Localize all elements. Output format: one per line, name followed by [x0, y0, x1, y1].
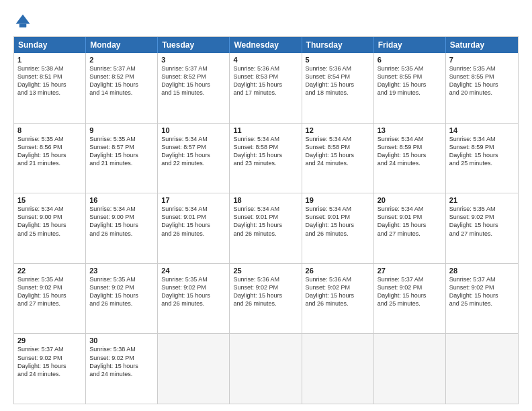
day-number: 14 [449, 126, 515, 134]
day-number: 13 [378, 126, 442, 134]
calendar-day-3: 3Sunrise: 5:37 AM Sunset: 8:52 PM Daylig… [158, 53, 230, 123]
header-day-saturday: Saturday [446, 37, 518, 53]
calendar-day-6: 6Sunrise: 5:35 AM Sunset: 8:55 PM Daylig… [374, 53, 446, 123]
calendar-header: SundayMondayTuesdayWednesdayThursdayFrid… [14, 37, 518, 53]
calendar-day-23: 23Sunrise: 5:35 AM Sunset: 9:02 PM Dayli… [86, 264, 158, 334]
calendar-body: 1Sunrise: 5:38 AM Sunset: 8:51 PM Daylig… [14, 53, 518, 404]
header-day-thursday: Thursday [302, 37, 374, 53]
day-info: Sunrise: 5:38 AM Sunset: 9:02 PM Dayligh… [89, 345, 154, 378]
calendar-day-13: 13Sunrise: 5:34 AM Sunset: 8:59 PM Dayli… [374, 124, 446, 193]
day-info: Sunrise: 5:35 AM Sunset: 8:55 PM Dayligh… [449, 64, 515, 97]
day-number: 4 [233, 56, 298, 64]
day-number: 25 [233, 267, 298, 275]
day-number: 11 [233, 126, 298, 134]
day-info: Sunrise: 5:37 AM Sunset: 9:02 PM Dayligh… [449, 275, 515, 308]
calendar-day-empty [446, 334, 518, 404]
calendar-day-8: 8Sunrise: 5:35 AM Sunset: 8:56 PM Daylig… [14, 124, 86, 193]
calendar-day-29: 29Sunrise: 5:37 AM Sunset: 9:02 PM Dayli… [14, 334, 86, 404]
calendar-day-11: 11Sunrise: 5:34 AM Sunset: 8:58 PM Dayli… [230, 124, 302, 193]
calendar-day-19: 19Sunrise: 5:34 AM Sunset: 9:01 PM Dayli… [302, 193, 374, 263]
day-number: 16 [89, 196, 154, 204]
day-info: Sunrise: 5:34 AM Sunset: 8:59 PM Dayligh… [378, 135, 442, 168]
calendar-week-2: 8Sunrise: 5:35 AM Sunset: 8:56 PM Daylig… [14, 123, 518, 193]
calendar-day-17: 17Sunrise: 5:34 AM Sunset: 9:01 PM Dayli… [158, 193, 230, 263]
day-info: Sunrise: 5:37 AM Sunset: 8:52 PM Dayligh… [89, 64, 154, 97]
day-info: Sunrise: 5:34 AM Sunset: 8:57 PM Dayligh… [161, 135, 226, 168]
header-day-tuesday: Tuesday [158, 37, 230, 53]
day-number: 24 [161, 267, 226, 275]
day-info: Sunrise: 5:34 AM Sunset: 9:00 PM Dayligh… [89, 205, 154, 238]
day-info: Sunrise: 5:35 AM Sunset: 9:02 PM Dayligh… [449, 205, 515, 238]
calendar-day-27: 27Sunrise: 5:37 AM Sunset: 9:02 PM Dayli… [374, 264, 446, 334]
day-info: Sunrise: 5:34 AM Sunset: 8:58 PM Dayligh… [306, 135, 370, 168]
day-info: Sunrise: 5:38 AM Sunset: 8:51 PM Dayligh… [17, 64, 82, 97]
calendar-day-16: 16Sunrise: 5:34 AM Sunset: 9:00 PM Dayli… [86, 193, 158, 263]
calendar-day-18: 18Sunrise: 5:34 AM Sunset: 9:01 PM Dayli… [230, 193, 302, 263]
day-info: Sunrise: 5:35 AM Sunset: 8:57 PM Dayligh… [89, 135, 154, 168]
calendar-day-12: 12Sunrise: 5:34 AM Sunset: 8:58 PM Dayli… [302, 124, 374, 193]
day-info: Sunrise: 5:35 AM Sunset: 8:55 PM Dayligh… [378, 64, 442, 97]
day-number: 5 [306, 56, 370, 64]
calendar: SundayMondayTuesdayWednesdayThursdayFrid… [13, 36, 519, 404]
calendar-day-21: 21Sunrise: 5:35 AM Sunset: 9:02 PM Dayli… [446, 193, 518, 263]
calendar-week-1: 1Sunrise: 5:38 AM Sunset: 8:51 PM Daylig… [14, 53, 518, 123]
calendar-day-15: 15Sunrise: 5:34 AM Sunset: 9:00 PM Dayli… [14, 193, 86, 263]
day-info: Sunrise: 5:35 AM Sunset: 9:02 PM Dayligh… [17, 275, 82, 308]
header-day-wednesday: Wednesday [230, 37, 302, 53]
day-info: Sunrise: 5:34 AM Sunset: 8:58 PM Dayligh… [233, 135, 298, 168]
logo [13, 12, 35, 31]
header-day-monday: Monday [86, 37, 158, 53]
day-info: Sunrise: 5:34 AM Sunset: 9:01 PM Dayligh… [378, 205, 442, 238]
day-info: Sunrise: 5:34 AM Sunset: 9:01 PM Dayligh… [161, 205, 226, 238]
calendar-day-5: 5Sunrise: 5:36 AM Sunset: 8:54 PM Daylig… [302, 53, 374, 123]
calendar-week-5: 29Sunrise: 5:37 AM Sunset: 9:02 PM Dayli… [14, 333, 518, 404]
day-info: Sunrise: 5:37 AM Sunset: 9:02 PM Dayligh… [17, 345, 82, 378]
day-number: 28 [449, 267, 515, 275]
logo-icon [13, 12, 32, 31]
calendar-day-empty [302, 334, 374, 404]
day-number: 3 [161, 56, 226, 64]
day-info: Sunrise: 5:37 AM Sunset: 8:52 PM Dayligh… [161, 64, 226, 97]
calendar-day-empty [230, 334, 302, 404]
day-number: 12 [306, 126, 370, 134]
day-info: Sunrise: 5:36 AM Sunset: 9:02 PM Dayligh… [306, 275, 370, 308]
calendar-day-22: 22Sunrise: 5:35 AM Sunset: 9:02 PM Dayli… [14, 264, 86, 334]
day-number: 26 [306, 267, 370, 275]
day-info: Sunrise: 5:34 AM Sunset: 8:59 PM Dayligh… [449, 135, 515, 168]
day-number: 23 [89, 267, 154, 275]
calendar-week-4: 22Sunrise: 5:35 AM Sunset: 9:02 PM Dayli… [14, 263, 518, 334]
calendar-day-26: 26Sunrise: 5:36 AM Sunset: 9:02 PM Dayli… [302, 264, 374, 334]
day-number: 20 [378, 196, 442, 204]
day-number: 22 [17, 267, 82, 275]
svg-marker-0 [16, 15, 30, 24]
day-info: Sunrise: 5:37 AM Sunset: 9:02 PM Dayligh… [378, 275, 442, 308]
calendar-day-empty [158, 334, 230, 404]
calendar-day-28: 28Sunrise: 5:37 AM Sunset: 9:02 PM Dayli… [446, 264, 518, 334]
calendar-day-20: 20Sunrise: 5:34 AM Sunset: 9:01 PM Dayli… [374, 193, 446, 263]
calendar-day-7: 7Sunrise: 5:35 AM Sunset: 8:55 PM Daylig… [446, 53, 518, 123]
day-number: 30 [89, 336, 154, 345]
page: SundayMondayTuesdayWednesdayThursdayFrid… [0, 0, 532, 411]
calendar-day-24: 24Sunrise: 5:35 AM Sunset: 9:02 PM Dayli… [158, 264, 230, 334]
day-info: Sunrise: 5:34 AM Sunset: 9:01 PM Dayligh… [306, 205, 370, 238]
calendar-week-3: 15Sunrise: 5:34 AM Sunset: 9:00 PM Dayli… [14, 193, 518, 263]
day-info: Sunrise: 5:35 AM Sunset: 9:02 PM Dayligh… [89, 275, 154, 308]
day-number: 29 [17, 336, 82, 345]
calendar-day-4: 4Sunrise: 5:36 AM Sunset: 8:53 PM Daylig… [230, 53, 302, 123]
day-number: 21 [449, 196, 515, 204]
header-day-friday: Friday [374, 37, 446, 53]
day-info: Sunrise: 5:36 AM Sunset: 8:54 PM Dayligh… [306, 64, 370, 97]
day-number: 1 [17, 56, 82, 64]
day-number: 2 [89, 56, 154, 64]
day-number: 27 [378, 267, 442, 275]
day-number: 19 [306, 196, 370, 204]
svg-rect-1 [19, 24, 27, 28]
day-number: 8 [17, 126, 82, 134]
day-info: Sunrise: 5:35 AM Sunset: 9:02 PM Dayligh… [161, 275, 226, 308]
calendar-day-10: 10Sunrise: 5:34 AM Sunset: 8:57 PM Dayli… [158, 124, 230, 193]
day-number: 15 [17, 196, 82, 204]
calendar-day-14: 14Sunrise: 5:34 AM Sunset: 8:59 PM Dayli… [446, 124, 518, 193]
calendar-day-2: 2Sunrise: 5:37 AM Sunset: 8:52 PM Daylig… [86, 53, 158, 123]
calendar-day-9: 9Sunrise: 5:35 AM Sunset: 8:57 PM Daylig… [86, 124, 158, 193]
day-number: 18 [233, 196, 298, 204]
